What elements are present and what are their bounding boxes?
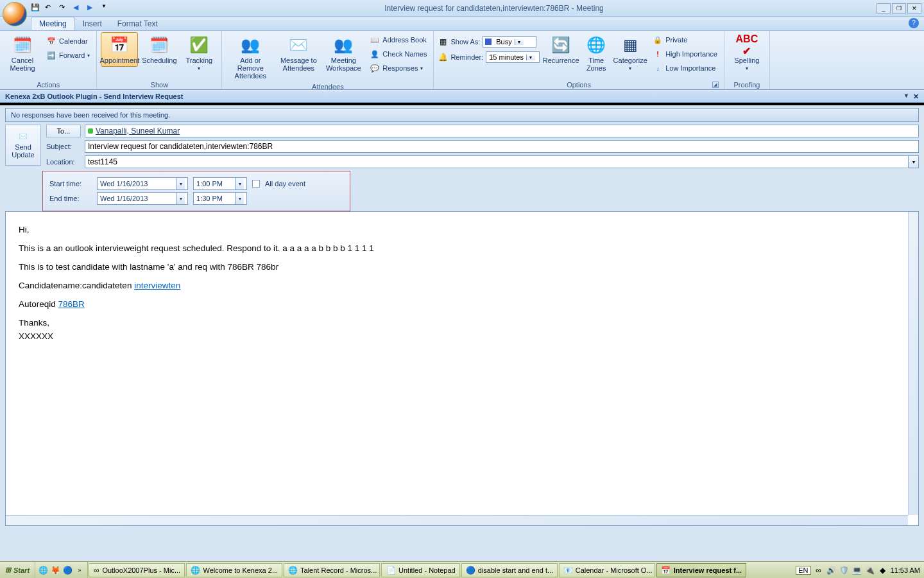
interviewten-link[interactable]: interviewten — [134, 281, 180, 290]
tab-format-text[interactable]: Format Text — [110, 17, 166, 30]
tray-icon[interactable]: 🔊 — [826, 565, 837, 575]
plugin-menu-icon[interactable]: ▼ — [903, 92, 909, 101]
taskbar-item[interactable]: 📧Calendar - Microsoft O... — [559, 563, 655, 577]
spelling-button[interactable]: ABC✔Spelling▾ — [728, 32, 766, 74]
undo-icon[interactable]: ↶ — [45, 3, 55, 13]
forward-button[interactable]: ➡️Forward ▾ — [44, 49, 92, 62]
language-indicator[interactable]: EN — [796, 566, 810, 575]
autoreqid-link[interactable]: 786BR — [58, 299, 85, 309]
calendar-button[interactable]: 📅Calendar — [44, 35, 92, 48]
appointment-icon: 📅 — [109, 35, 130, 55]
lock-icon: 🔒 — [653, 35, 663, 45]
prev-icon[interactable]: ◀ — [73, 3, 83, 13]
low-importance-button[interactable]: ↓Low Importance — [650, 62, 720, 74]
start-button[interactable]: ⊞Start — [0, 562, 35, 578]
dialog-launcher[interactable]: ◢ — [712, 82, 719, 88]
subject-field[interactable]: Interview request for candidateten,inter… — [85, 140, 919, 153]
tab-insert[interactable]: Insert — [75, 17, 110, 30]
response-info-bar: No responses have been received for this… — [5, 108, 919, 122]
all-day-label: All day event — [265, 180, 305, 188]
categorize-button[interactable]: ▦Categorize▾ — [613, 32, 647, 74]
title-bar: 💾 ↶ ↷ ◀ ▶ ▼ Interview request for candid… — [0, 0, 924, 17]
minimize-button[interactable]: _ — [877, 3, 891, 13]
save-icon[interactable]: 💾 — [31, 3, 41, 13]
office-button[interactable] — [3, 2, 27, 26]
appointment-button[interactable]: 📅Appointment — [101, 32, 138, 67]
scheduling-button[interactable]: 🗓️Scheduling — [141, 32, 178, 67]
address-book-icon: 📖 — [370, 35, 380, 45]
dropdown-arrow-icon: ▾ — [515, 39, 524, 45]
tab-meeting[interactable]: Meeting — [31, 17, 75, 30]
chrome-icon[interactable]: 🔵 — [62, 565, 73, 575]
vertical-scrollbar[interactable] — [908, 212, 918, 515]
send-update-button[interactable]: ✉️ Send Update — [5, 125, 41, 166]
tray-icon[interactable]: ◆ — [878, 565, 888, 575]
start-time-combo[interactable]: 1:00 PM▾ — [193, 177, 247, 190]
address-book-button[interactable]: 📖Address Book — [367, 33, 429, 46]
globe-icon: 🌐 — [586, 35, 606, 55]
taskbar-item[interactable]: 📄Untitled - Notepad — [381, 563, 460, 577]
down-arrow-icon: ↓ — [653, 63, 663, 73]
responses-button[interactable]: 💬Responses ▾ — [367, 62, 429, 74]
redo-icon[interactable]: ↷ — [59, 3, 69, 13]
clock[interactable]: 11:53 AM — [891, 566, 920, 574]
tracking-button[interactable]: ✅Tracking▾ — [180, 32, 218, 74]
taskbar-item[interactable]: 🌐Welcome to Kenexa 2... — [186, 563, 282, 577]
meeting-form: ✉️ Send Update To... Vanapalli, Suneel K… — [5, 125, 919, 168]
message-attendees-button[interactable]: ✉️Message to Attendees — [277, 32, 320, 74]
group-label-options: Options◢ — [438, 80, 719, 89]
high-importance-button[interactable]: !High Importance — [650, 48, 720, 60]
ie-icon: 🌐 — [191, 565, 200, 575]
message-body[interactable]: Hi, This is a an outlook intervieweight … — [5, 211, 919, 526]
calendar-icon: 📅 — [46, 36, 56, 46]
horizontal-scrollbar[interactable] — [6, 515, 908, 525]
spelling-icon: ABC✔ — [737, 35, 757, 55]
taskbar-item-active[interactable]: 📅Interview request f... — [656, 563, 746, 577]
close-button[interactable]: ✕ — [907, 3, 921, 13]
location-label: Location: — [46, 158, 81, 166]
next-icon[interactable]: ▶ — [87, 3, 98, 13]
cancel-meeting-button[interactable]: 🗓️ Cancel Meeting — [4, 32, 41, 74]
taskbar-item[interactable]: 🌐Talent Record - Micros... — [284, 563, 380, 577]
qat-menu-icon[interactable]: ▼ — [101, 3, 112, 13]
ie-icon[interactable]: 🌐 — [38, 565, 48, 575]
group-label-actions: Actions — [4, 80, 92, 89]
meeting-workspace-button[interactable]: 👥Meeting Workspace — [322, 32, 364, 74]
body-text[interactable]: Hi, This is a an outlook intervieweight … — [6, 212, 918, 355]
reminder-combo[interactable]: 15 minutes▾ — [486, 51, 540, 63]
dropdown-arrow-icon: ▾ — [526, 55, 535, 60]
location-dropdown-icon[interactable]: ▾ — [908, 156, 918, 168]
time-zones-button[interactable]: 🌐Time Zones — [582, 32, 610, 74]
to-field[interactable]: Vanapalli, Suneel Kumar — [85, 125, 919, 137]
responses-icon: 💬 — [370, 63, 380, 73]
add-remove-attendees-button[interactable]: 👥Add or Remove Attendees — [226, 32, 275, 82]
private-button[interactable]: 🔒Private — [650, 33, 720, 46]
tray-icon[interactable]: 💻 — [852, 565, 862, 575]
location-field[interactable]: test1145▾ — [85, 155, 919, 168]
check-names-button[interactable]: 👤Check Names — [367, 48, 429, 60]
all-day-checkbox[interactable] — [252, 180, 260, 188]
tray-icon[interactable]: 🔌 — [865, 565, 875, 575]
notepad-icon: 📄 — [386, 565, 396, 575]
tray-icon[interactable]: ∞ — [814, 565, 824, 575]
ie-icon: 🌐 — [288, 565, 298, 575]
end-date-combo[interactable]: Wed 1/16/2013▾ — [97, 192, 188, 205]
plugin-close-icon[interactable]: ✕ — [913, 92, 919, 101]
help-button[interactable]: ? — [909, 18, 919, 28]
tray-icon[interactable]: 🛡️ — [839, 565, 850, 575]
firefox-icon[interactable]: 🦊 — [50, 565, 60, 575]
attendees-icon: 👥 — [240, 35, 261, 55]
taskbar-item[interactable]: 🔵disable start and end t... — [461, 563, 558, 577]
to-button[interactable]: To... — [46, 125, 81, 137]
ql-more-icon[interactable]: » — [74, 565, 85, 575]
taskbar-item[interactable]: ∞OutlooX2007Plus - Mic... — [89, 563, 185, 577]
quick-access-toolbar: 💾 ↶ ↷ ◀ ▶ ▼ — [31, 3, 112, 13]
windows-logo-icon: ⊞ — [5, 566, 11, 574]
ribbon: 🗓️ Cancel Meeting 📅Calendar ➡️Forward ▾ … — [0, 31, 924, 90]
end-time-combo[interactable]: 1:30 PM▾ — [193, 192, 247, 205]
subject-label: Subject: — [46, 143, 81, 150]
recurrence-button[interactable]: 🔄Recurrence — [542, 32, 579, 67]
show-as-combo[interactable]: Busy▾ — [483, 36, 536, 48]
restore-button[interactable]: ❐ — [892, 3, 906, 13]
start-date-combo[interactable]: Wed 1/16/2013▾ — [97, 177, 188, 190]
